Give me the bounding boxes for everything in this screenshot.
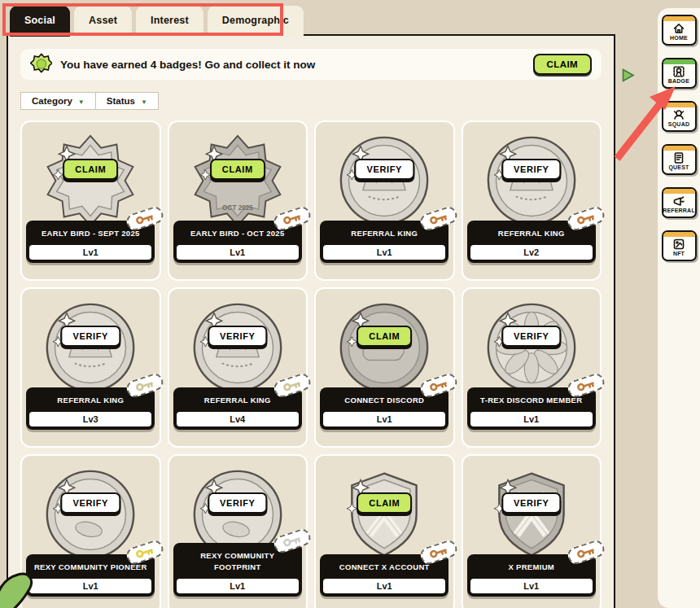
sidebar-item-referral[interactable]: REFERRAL: [662, 187, 697, 218]
tab-demographic[interactable]: Demographic: [208, 6, 304, 37]
badge-grid: CLAIM EARLY BIRD - SEPT 2025Lv1 OCT 2025…: [20, 120, 602, 608]
claim-badge-button[interactable]: CLAIM: [357, 326, 412, 347]
badge-card[interactable]: VERIFY T-REX DISCORD MEMBERLv1: [462, 287, 602, 448]
badge-card[interactable]: VERIFY REFERRAL KINGLv3: [20, 287, 161, 448]
banner-text: You have earned 4 badges! Go and collect…: [60, 59, 533, 71]
badge-plaque: REXY COMMUNITY FOOTPRINTLv1: [173, 543, 302, 597]
badge-plaque: EARLY BIRD - OCT 2025Lv1: [173, 221, 302, 263]
tab-social[interactable]: Social: [10, 6, 70, 37]
badge-level: Lv1: [29, 245, 151, 260]
verify-badge-button[interactable]: VERIFY: [501, 326, 561, 347]
badge-level: Lv3: [29, 412, 151, 426]
sidebar-item-label: REFERRAL: [663, 208, 695, 213]
sidebar-item-squad[interactable]: SQUAD: [662, 101, 697, 132]
sidebar-item-quest[interactable]: QUEST: [662, 144, 697, 175]
badge-emblem-medal-crown: [190, 300, 285, 395]
sidebar-item-nft[interactable]: NFT: [662, 230, 697, 261]
badge-level: Lv1: [177, 245, 299, 260]
banner-claim-button[interactable]: CLAIM: [533, 54, 592, 75]
badge-level: Lv1: [29, 579, 151, 593]
badge-plaque: X PREMIUMLv1: [467, 554, 596, 597]
filter-status-dropdown[interactable]: Status▼: [96, 92, 159, 110]
claim-badge-button[interactable]: CLAIM: [357, 492, 412, 514]
badge-plaque: REFERRAL KINGLv3: [26, 387, 155, 430]
badge-emblem-medal-crown: [337, 133, 431, 228]
badge-seal-icon: [30, 52, 52, 77]
badge-emblem-shield-x-dark: [484, 467, 579, 562]
tab-interest[interactable]: Interest: [136, 6, 203, 37]
badge-card[interactable]: CLAIM CONNECT DISCORDLv1: [314, 287, 455, 448]
sidebar-item-home[interactable]: HOME: [662, 15, 697, 46]
badge-card[interactable]: VERIFY REXY COMMUNITY FOOTPRINTLv1: [168, 454, 308, 608]
verify-badge-button[interactable]: VERIFY: [501, 492, 561, 514]
verify-badge-button[interactable]: VERIFY: [61, 492, 120, 514]
verify-badge-button[interactable]: VERIFY: [501, 159, 561, 180]
badge-icon: [672, 65, 685, 78]
claim-badge-button[interactable]: CLAIM: [210, 159, 265, 180]
nav-sidebar: HOMEBADGESQUADQUESTREFERRALNFT: [658, 8, 700, 608]
sidebar-item-label: NFT: [673, 251, 685, 256]
badge-level: Lv1: [323, 579, 445, 593]
badge-emblem-medal-cloud-dark: [337, 300, 431, 395]
badge-plaque: T-REX DISCORD MEMBERLv1: [467, 387, 596, 430]
badge-emblem-medal-crown: [43, 300, 138, 395]
sidebar-item-strip: [663, 103, 695, 107]
tab-asset[interactable]: Asset: [74, 6, 132, 37]
filter-bar: Category▼Status▼: [20, 92, 602, 110]
chevron-down-icon: ▼: [141, 98, 147, 106]
quest-icon: [672, 151, 685, 164]
badge-card[interactable]: OCT 2025 CLAIM EARLY BIRD - OCT 2025Lv1: [168, 120, 308, 281]
badge-plaque: EARLY BIRD - SEPT 2025Lv1: [26, 221, 155, 263]
filter-category-dropdown[interactable]: Category▼: [20, 92, 96, 110]
badge-card[interactable]: VERIFY REFERRAL KINGLv2: [462, 120, 602, 281]
nft-icon: [672, 238, 685, 251]
sidebar-item-label: HOME: [670, 35, 688, 41]
badge-card[interactable]: CLAIM CONNECT X ACCOUNTLv1: [314, 454, 455, 608]
sidebar-item-badge[interactable]: BADGE: [662, 58, 697, 89]
badge-card[interactable]: VERIFY REFERRAL KINGLv1: [314, 120, 455, 281]
sidebar-item-label: BADGE: [668, 78, 689, 84]
badge-plaque: REXY COMMUNITY PIONEERLv1: [26, 554, 155, 597]
sidebar-item-strip: [663, 16, 695, 21]
earned-badges-banner: You have earned 4 badges! Go and collect…: [20, 49, 602, 80]
badge-plaque: CONNECT DISCORDLv1: [320, 387, 448, 430]
badge-plaque: CONNECT X ACCOUNTLv1: [320, 554, 448, 597]
badge-card[interactable]: CLAIM EARLY BIRD - SEPT 2025Lv1: [20, 120, 161, 281]
sidebar-item-label: SQUAD: [668, 121, 689, 127]
badge-level: Lv1: [323, 412, 445, 426]
badge-emblem-medal-pinwheel: [484, 300, 579, 395]
squad-icon: [672, 108, 685, 121]
badge-plaque: REFERRAL KINGLv2: [467, 221, 596, 263]
badge-emblem-starburst: [43, 133, 138, 228]
filter-label: Category: [32, 96, 72, 106]
badge-card[interactable]: VERIFY X PREMIUMLv1: [462, 454, 602, 608]
verify-badge-button[interactable]: VERIFY: [61, 326, 120, 347]
active-nav-pointer-icon: [620, 68, 636, 86]
sidebar-item-strip: [663, 232, 695, 237]
verify-badge-button[interactable]: VERIFY: [208, 492, 267, 514]
sidebar-item-strip: [663, 146, 695, 151]
badge-level: Lv1: [323, 245, 445, 260]
badge-card[interactable]: VERIFY REXY COMMUNITY PIONEERLv1: [20, 454, 161, 608]
sidebar-item-strip: [663, 59, 695, 64]
tab-bar: SocialAssetInterestDemographic: [10, 6, 304, 37]
svg-text:OCT 2025: OCT 2025: [222, 204, 253, 212]
verify-badge-button[interactable]: VERIFY: [208, 326, 267, 347]
badge-emblem-starburst-dark: OCT 2025: [190, 133, 285, 228]
filter-label: Status: [107, 96, 135, 106]
home-icon: [672, 22, 685, 35]
badge-level: Lv4: [177, 412, 299, 426]
badge-emblem-medal-crown: [484, 133, 579, 228]
claim-badge-button[interactable]: CLAIM: [63, 159, 118, 180]
badge-plaque: REFERRAL KINGLv1: [320, 221, 448, 263]
badge-card[interactable]: VERIFY REFERRAL KINGLv4: [168, 287, 308, 448]
badge-level: Lv1: [470, 412, 593, 426]
badge-panel: You have earned 4 badges! Go and collect…: [7, 34, 615, 608]
badge-emblem-shield-x: [337, 467, 431, 562]
referral-icon: [672, 195, 685, 208]
verify-badge-button[interactable]: VERIFY: [355, 159, 414, 180]
badge-level: Lv2: [470, 245, 593, 260]
badge-plaque: REFERRAL KINGLv4: [173, 387, 302, 430]
chevron-down-icon: ▼: [78, 98, 85, 106]
badge-level: Lv1: [470, 579, 593, 593]
